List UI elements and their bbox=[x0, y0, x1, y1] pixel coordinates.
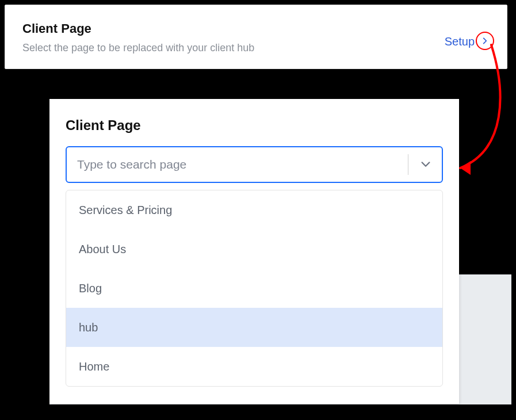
settings-row-client-page: Client Page Select the page to be replac… bbox=[5, 5, 507, 69]
page-option[interactable]: About Us bbox=[66, 230, 442, 269]
setup-expand-button[interactable] bbox=[476, 32, 494, 50]
row-subtitle: Select the page to be replaced with your… bbox=[22, 42, 490, 54]
client-page-picker-panel: Client Page Services & Pricing About Us … bbox=[49, 99, 459, 404]
page-search-input[interactable] bbox=[77, 158, 408, 171]
page-options-list: Services & Pricing About Us Blog hub Hom… bbox=[66, 190, 443, 387]
chevron-right-icon bbox=[481, 37, 489, 45]
panel-title: Client Page bbox=[66, 117, 443, 133]
separator bbox=[408, 154, 408, 175]
svg-marker-0 bbox=[460, 161, 471, 175]
page-combobox[interactable] bbox=[66, 146, 443, 183]
chevron-down-icon bbox=[419, 158, 432, 171]
page-option[interactable]: hub bbox=[66, 308, 442, 347]
page-option[interactable]: Services & Pricing bbox=[66, 190, 442, 230]
page-option[interactable]: Blog bbox=[66, 269, 442, 308]
row-title: Client Page bbox=[22, 21, 490, 36]
page-option[interactable]: Home bbox=[66, 347, 442, 386]
annotation-circle bbox=[476, 32, 494, 50]
combobox-toggle[interactable] bbox=[410, 147, 442, 182]
setup-link[interactable]: Setup bbox=[445, 35, 475, 48]
